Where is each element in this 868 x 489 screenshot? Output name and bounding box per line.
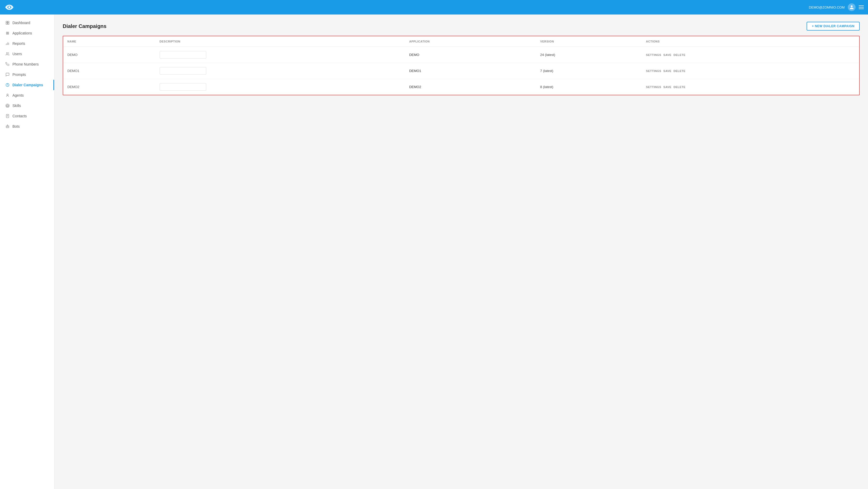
row-1-actions: SETTINGS SAVE DELETE bbox=[642, 63, 859, 79]
row-2-settings-link[interactable]: SETTINGS bbox=[646, 86, 661, 89]
contacts-icon bbox=[5, 114, 10, 118]
row-2-name: DEMO2 bbox=[63, 79, 155, 95]
row-1-save-link[interactable]: SAVE bbox=[663, 69, 671, 72]
agents-icon bbox=[5, 93, 10, 98]
main-content: Dialer Campaigns + NEW DIALER CAMPAIGN N… bbox=[54, 14, 868, 489]
svg-point-15 bbox=[7, 94, 8, 95]
logo bbox=[4, 3, 17, 11]
sidebar-item-phone-numbers[interactable]: Phone Numbers bbox=[0, 59, 54, 69]
col-header-description: DESCRIPTION bbox=[155, 36, 405, 47]
sidebar: Dashboard Applications Reports bbox=[0, 14, 54, 489]
row-0-actions: SETTINGS SAVE DELETE bbox=[642, 47, 859, 63]
svg-point-13 bbox=[6, 53, 7, 54]
dialer-icon bbox=[5, 83, 10, 87]
svg-point-7 bbox=[6, 33, 7, 34]
sidebar-item-dialer-campaigns[interactable]: Dialer Campaigns bbox=[0, 80, 54, 90]
sidebar-item-label: Bots bbox=[12, 124, 20, 128]
row-0-version: 24 (latest) bbox=[536, 47, 642, 63]
table-row: DEMO DEMO 24 (latest) SETTINGS SAVE DELE… bbox=[63, 47, 859, 63]
applications-icon bbox=[5, 31, 10, 35]
row-2-description-input[interactable] bbox=[160, 83, 206, 91]
row-1-description bbox=[155, 63, 405, 79]
sidebar-item-label: Prompts bbox=[12, 72, 26, 77]
svg-point-23 bbox=[7, 126, 7, 127]
row-0-description bbox=[155, 47, 405, 63]
row-0-settings-link[interactable]: SETTINGS bbox=[646, 53, 661, 57]
campaigns-table: NAME DESCRIPTION APPLICATION VERSION ACT… bbox=[63, 36, 859, 95]
sidebar-item-label: Skills bbox=[12, 104, 21, 108]
users-icon bbox=[5, 52, 10, 56]
svg-point-5 bbox=[6, 32, 7, 33]
sidebar-item-contacts[interactable]: Contacts bbox=[0, 111, 54, 121]
row-1-application: DEMO1 bbox=[405, 63, 536, 79]
sidebar-item-prompts[interactable]: Prompts bbox=[0, 69, 54, 80]
sidebar-item-users[interactable]: Users bbox=[0, 49, 54, 59]
col-header-name: NAME bbox=[63, 36, 155, 47]
col-header-actions: ACTIONS bbox=[642, 36, 859, 47]
avatar[interactable] bbox=[848, 3, 856, 11]
svg-point-0 bbox=[8, 6, 10, 8]
row-1-settings-link[interactable]: SETTINGS bbox=[646, 69, 661, 72]
svg-point-8 bbox=[8, 33, 9, 34]
row-2-application: DEMO2 bbox=[405, 79, 536, 95]
page-title: Dialer Campaigns bbox=[63, 23, 106, 29]
sidebar-item-label: Agents bbox=[12, 93, 24, 97]
col-header-version: VERSION bbox=[536, 36, 642, 47]
bots-icon bbox=[5, 124, 10, 129]
campaigns-table-container: NAME DESCRIPTION APPLICATION VERSION ACT… bbox=[63, 36, 860, 95]
row-1-version: 7 (latest) bbox=[536, 63, 642, 79]
svg-rect-3 bbox=[6, 23, 7, 24]
skills-icon bbox=[5, 103, 10, 108]
row-1-delete-link[interactable]: DELETE bbox=[674, 69, 685, 72]
prompts-icon bbox=[5, 72, 10, 77]
dashboard-icon bbox=[5, 21, 10, 25]
sidebar-item-applications[interactable]: Applications bbox=[0, 28, 54, 38]
table-body: DEMO DEMO 24 (latest) SETTINGS SAVE DELE… bbox=[63, 47, 859, 95]
table-row: DEMO1 DEMO1 7 (latest) SETTINGS SAVE DEL… bbox=[63, 63, 859, 79]
row-0-description-input[interactable] bbox=[160, 51, 206, 59]
menu-icon[interactable] bbox=[859, 5, 864, 9]
row-0-application: DEMO bbox=[405, 47, 536, 63]
sidebar-item-label: Reports bbox=[12, 41, 25, 45]
layout: Dashboard Applications Reports bbox=[0, 14, 868, 489]
row-0-delete-link[interactable]: DELETE bbox=[674, 53, 685, 57]
row-2-description bbox=[155, 79, 405, 95]
sidebar-item-dashboard[interactable]: Dashboard bbox=[0, 18, 54, 28]
col-header-application: APPLICATION bbox=[405, 36, 536, 47]
row-2-delete-link[interactable]: DELETE bbox=[674, 86, 685, 89]
svg-rect-22 bbox=[6, 126, 9, 128]
sidebar-item-skills[interactable]: Skills bbox=[0, 100, 54, 111]
svg-rect-2 bbox=[8, 21, 9, 23]
svg-point-6 bbox=[8, 32, 9, 33]
header-right: DEMO@ZOMNIO.COM bbox=[809, 3, 864, 11]
svg-rect-1 bbox=[6, 21, 7, 23]
sidebar-item-label: Users bbox=[12, 52, 22, 56]
sidebar-item-agents[interactable]: Agents bbox=[0, 90, 54, 100]
sidebar-item-reports[interactable]: Reports bbox=[0, 38, 54, 49]
sidebar-item-label: Dialer Campaigns bbox=[12, 83, 43, 87]
top-header: DEMO@ZOMNIO.COM bbox=[0, 0, 868, 14]
svg-rect-4 bbox=[8, 23, 9, 24]
sidebar-item-label: Phone Numbers bbox=[12, 62, 39, 66]
svg-point-25 bbox=[7, 125, 8, 125]
svg-point-24 bbox=[8, 126, 8, 127]
phone-icon bbox=[5, 62, 10, 67]
new-dialer-campaign-button[interactable]: + NEW DIALER CAMPAIGN bbox=[807, 22, 860, 31]
sidebar-item-label: Applications bbox=[12, 31, 32, 35]
sidebar-item-bots[interactable]: Bots bbox=[0, 121, 54, 132]
table-header: NAME DESCRIPTION APPLICATION VERSION ACT… bbox=[63, 36, 859, 47]
svg-marker-17 bbox=[6, 105, 8, 107]
row-2-save-link[interactable]: SAVE bbox=[663, 86, 671, 89]
page-header: Dialer Campaigns + NEW DIALER CAMPAIGN bbox=[63, 22, 860, 31]
row-0-save-link[interactable]: SAVE bbox=[663, 53, 671, 57]
row-2-actions: SETTINGS SAVE DELETE bbox=[642, 79, 859, 95]
sidebar-item-label: Contacts bbox=[12, 114, 27, 118]
user-email: DEMO@ZOMNIO.COM bbox=[809, 5, 845, 9]
row-1-name: DEMO1 bbox=[63, 63, 155, 79]
table-row: DEMO2 DEMO2 8 (latest) SETTINGS SAVE DEL… bbox=[63, 79, 859, 95]
reports-icon bbox=[5, 41, 10, 46]
row-0-name: DEMO bbox=[63, 47, 155, 63]
sidebar-item-label: Dashboard bbox=[12, 21, 30, 25]
row-2-version: 8 (latest) bbox=[536, 79, 642, 95]
row-1-description-input[interactable] bbox=[160, 67, 206, 74]
